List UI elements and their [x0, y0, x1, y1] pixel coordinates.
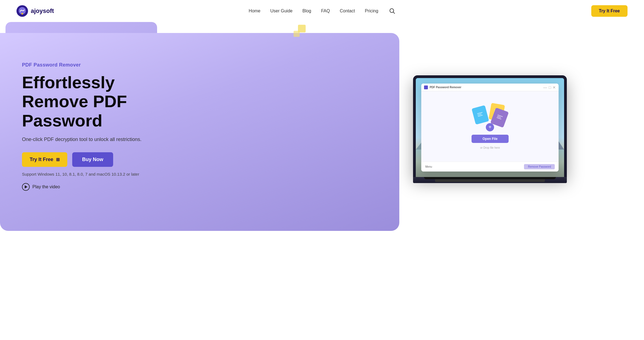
app-footer: Menu Remove Password: [421, 162, 559, 172]
hero-title-line3: Password: [22, 111, 102, 130]
hero-section: PDF Password Remover Effortlessly Remove…: [0, 22, 644, 231]
drop-text: or Drop file here: [480, 146, 500, 149]
hero-left: PDF Password Remover Effortlessly Remove…: [16, 51, 353, 202]
plus-icon: +: [486, 123, 494, 131]
play-video-label: Play the video: [32, 184, 60, 189]
laptop-mockup: PDF Password Remover — □ ✕: [413, 75, 567, 183]
play-video-button[interactable]: Play the video: [22, 183, 60, 191]
file-lines-blue: [475, 109, 486, 121]
file-lines-purple: [494, 111, 505, 123]
svg-line-4: [393, 12, 395, 14]
minimize-button[interactable]: —: [543, 85, 547, 90]
menu-label[interactable]: Menu: [425, 165, 432, 168]
brand-name: ajoysoft: [31, 7, 54, 15]
nav-user-guide[interactable]: User Guide: [270, 9, 292, 13]
hero-subtitle: One-click PDF decryption tool to unlock …: [22, 137, 342, 142]
try-free-header-button[interactable]: Try It Free: [591, 5, 628, 17]
app-titlebar: PDF Password Remover — □ ✕: [421, 84, 559, 91]
nav-blog[interactable]: Blog: [302, 9, 311, 13]
laptop-hinge: [424, 177, 556, 179]
main-nav: Home User Guide Blog FAQ Contact Pricing: [249, 7, 397, 15]
logo-area[interactable]: ajoysoft: [16, 5, 54, 17]
open-file-button[interactable]: Open File: [472, 135, 509, 143]
app-pdf-icon: [424, 85, 428, 89]
hero-right: PDF Password Remover — □ ✕: [353, 70, 628, 183]
try-free-label: Try It Free: [30, 157, 53, 162]
maximize-button[interactable]: □: [549, 85, 551, 90]
windows-icon: ⊞: [56, 157, 60, 162]
svg-rect-20: [494, 111, 505, 123]
app-window: PDF Password Remover — □ ✕: [421, 84, 559, 172]
nav-faq[interactable]: FAQ: [321, 9, 330, 13]
file-blue: [472, 105, 489, 125]
laptop-base: [413, 177, 567, 183]
nav-contact[interactable]: Contact: [340, 9, 355, 13]
hero-title: Effortlessly Remove PDF Password: [22, 73, 342, 130]
play-circle-icon: [22, 183, 30, 191]
window-controls: — □ ✕: [543, 85, 556, 90]
logo-icon: [16, 5, 28, 17]
hero-title-line1: Effortlessly: [22, 73, 115, 92]
search-icon: [389, 8, 395, 14]
search-button[interactable]: [388, 7, 396, 15]
laptop-stand: [435, 179, 545, 182]
hero-buttons: Try It Free ⊞ Buy Now: [22, 152, 342, 167]
hero-content: PDF Password Remover Effortlessly Remove…: [16, 22, 628, 214]
laptop-screen-outer: PDF Password Remover — □ ✕: [413, 75, 567, 177]
try-free-button[interactable]: Try It Free ⊞: [22, 152, 67, 167]
play-triangle-icon: [25, 185, 27, 189]
app-body: + Open File or Drop file here: [421, 91, 559, 162]
nav-home[interactable]: Home: [249, 9, 261, 13]
app-title-text: PDF Password Remover: [430, 86, 461, 89]
laptop-screen: PDF Password Remover — □ ✕: [416, 78, 564, 177]
close-button[interactable]: ✕: [553, 85, 556, 90]
files-illustration: +: [473, 104, 506, 131]
buy-now-button[interactable]: Buy Now: [72, 152, 113, 167]
svg-point-2: [21, 13, 23, 15]
header: ajoysoft Home User Guide Blog FAQ Contac…: [0, 0, 644, 22]
deco-square-2: [294, 31, 300, 37]
hero-title-line2: Remove PDF: [22, 92, 127, 111]
app-title: PDF Password Remover: [424, 85, 461, 89]
support-text: Support Windows 11, 10, 8.1, 8.0, 7 and …: [22, 172, 342, 176]
svg-rect-13: [475, 109, 486, 121]
nav-pricing[interactable]: Pricing: [365, 9, 378, 13]
product-label: PDF Password Remover: [22, 62, 342, 68]
remove-password-button[interactable]: Remove Password: [524, 164, 555, 169]
